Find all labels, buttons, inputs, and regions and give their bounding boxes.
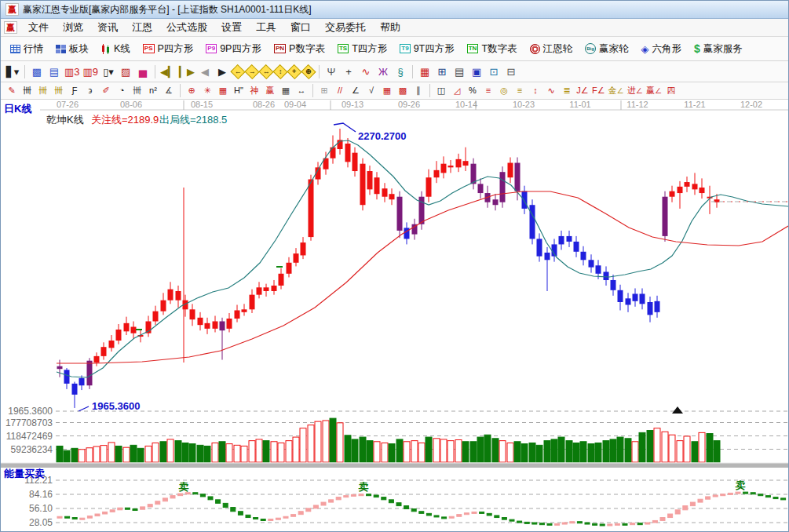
network-button[interactable]: ⊡ (485, 64, 502, 79)
volume-profile-button[interactable]: ▅ (134, 64, 152, 79)
check-wave-button[interactable]: √ (363, 84, 379, 97)
winner-wheel-button[interactable]: Big赢家轮 (579, 40, 635, 58)
kline-button[interactable]: K线 (95, 40, 137, 58)
grid-123-button[interactable]: ▦ (278, 84, 294, 97)
period-select-button[interactable]: ▋▾ (4, 64, 21, 79)
fan-lines-button[interactable]: // (332, 84, 348, 97)
candle-style-button[interactable]: ▯▾ (100, 64, 117, 79)
osc-bar (675, 510, 680, 514)
candle-brush-button[interactable]: ↕ (528, 84, 543, 97)
chart-9-button[interactable]: ▥9 (82, 64, 100, 79)
wave-red-button[interactable]: ∿ (543, 84, 559, 97)
p-number-table-button[interactable]: PNP数字表 (268, 40, 331, 58)
spiral-button[interactable]: ϶ (82, 84, 98, 97)
draw-brush-button[interactable]: ✎ (4, 84, 20, 97)
9p-square-button[interactable]: P99P四方形 (199, 40, 268, 58)
gold-angle-button[interactable]: 金∠ (607, 84, 626, 97)
first-page-button[interactable]: ◀▎ (159, 64, 177, 79)
brush-2-button[interactable]: ✐ (98, 84, 114, 97)
kline-tab[interactable]: 日K线 (4, 102, 31, 116)
t-number-table-button[interactable]: TNT数字表 (461, 40, 524, 58)
comb-2-button[interactable]: 卌 (130, 84, 145, 97)
gann-draw-button[interactable]: Ж (374, 64, 392, 79)
p-square-button[interactable]: PSP四方形 (137, 40, 200, 58)
hexagon-button[interactable]: ◈六角形 (635, 40, 689, 58)
comb-button[interactable]: 卌 (20, 84, 35, 97)
shift-left-button[interactable]: ← (230, 64, 245, 78)
winner-service-button[interactable]: $赢家服务 (688, 40, 749, 58)
notes-button[interactable]: ▤ (451, 64, 468, 79)
gold-circle-button[interactable]: ◎ (496, 84, 512, 97)
ying-tool-button[interactable]: 赢 (262, 84, 278, 97)
f-angle-button[interactable]: F∠ (590, 84, 607, 97)
kline-chart[interactable]: 07-2608-0608-1508-2609-0409-1309-2610-14… (1, 100, 789, 532)
comb-f-button[interactable]: Ƒ (67, 84, 82, 97)
info-panel-button[interactable]: ▤ (46, 64, 63, 79)
shen-tool-button[interactable]: 神 (247, 84, 262, 97)
sectors-button[interactable]: 板块 (49, 40, 95, 58)
menu-item-1[interactable]: 浏览 (56, 20, 90, 35)
measure-h-button[interactable]: ↔ (294, 84, 309, 97)
trend-tool-button[interactable]: ∿ (357, 64, 374, 79)
si-tool-button[interactable]: 四 (663, 84, 679, 97)
gann-star-button[interactable]: ✳ (199, 84, 215, 97)
menu-item-6[interactable]: 工具 (249, 20, 283, 35)
menu-item-9[interactable]: 帮助 (373, 20, 407, 35)
grid-red-2-button[interactable]: ▩ (395, 84, 411, 97)
ying-angle-button[interactable]: 赢∠ (645, 84, 663, 97)
fractal-tool-button[interactable]: § (392, 64, 409, 79)
percent-lines-button[interactable]: ≡ (480, 84, 496, 97)
n-squared-button[interactable]: n² (145, 84, 161, 97)
stats-bars-button[interactable]: ◫ (433, 84, 449, 97)
comb-gold-2-button[interactable]: 卌 (51, 84, 67, 97)
menu-item-4[interactable]: 公式选股 (159, 20, 214, 35)
transport-button[interactable]: ⊟ (502, 64, 520, 79)
jin-angle-button[interactable]: 进∠ (626, 84, 645, 97)
comb-gold-button[interactable]: 卌 (35, 84, 51, 97)
expand-h-button[interactable]: ↔ (258, 64, 273, 78)
cycle-clock-button[interactable]: ◔ (114, 84, 130, 97)
shift-right-button[interactable]: → (244, 64, 259, 78)
osc-bar (125, 508, 130, 509)
pan-hand-button[interactable]: Ψ (323, 64, 340, 79)
menu-item-0[interactable]: 文件 (21, 20, 56, 35)
j-angle-button[interactable]: J∠ (575, 84, 590, 97)
title-bar[interactable]: 赢 赢家江恩专业版[赢家内部服务平台] - [上证指数 SH1A0001-111… (1, 1, 788, 19)
gann-wheel-button[interactable]: 江恩轮 (524, 40, 579, 58)
menu-item-5[interactable]: 设置 (214, 20, 249, 35)
grid-red-1-button[interactable]: ▦ (379, 84, 395, 97)
menu-item-7[interactable]: 窗口 (283, 20, 318, 35)
percent-button[interactable]: % (465, 84, 480, 97)
pattern-box-button[interactable]: ▨ (117, 64, 134, 79)
t-square-button[interactable]: TST四方形 (331, 40, 393, 58)
menu-item-3[interactable]: 江恩 (125, 20, 159, 35)
expand-v-button[interactable]: ↕ (272, 64, 287, 78)
last-page-button[interactable]: ▎▶ (177, 64, 196, 79)
wave-marker-button[interactable]: Η" (231, 84, 247, 97)
gold-lines-button[interactable]: ≡ (512, 84, 528, 97)
page-back-button[interactable]: ◀ (196, 64, 214, 79)
menu-item-8[interactable]: 交易委托 (318, 20, 373, 35)
page-forward-button[interactable]: ▶ (214, 64, 231, 79)
gann-grid-button[interactable]: ▦ (215, 84, 231, 97)
calculator-button[interactable]: ⊞ (433, 64, 451, 79)
percent-trend-button[interactable]: ◿ (449, 84, 465, 97)
angle-lines-button[interactable]: ∠ (348, 84, 363, 97)
gold-lines-2-button[interactable]: ≣ (559, 84, 575, 97)
center-view-button[interactable]: ⊕ (301, 64, 316, 78)
quotes-button[interactable]: 行情 (4, 40, 49, 58)
calendar-button[interactable]: ▦ (416, 64, 433, 79)
angle-tool-button[interactable]: ∡ (161, 84, 177, 97)
save-button[interactable]: ▣ (468, 64, 485, 79)
zoom-pattern-button[interactable]: ▩ (28, 64, 46, 79)
window-box-button[interactable]: ⊞ (316, 84, 332, 97)
crosshair-button[interactable]: + (340, 64, 357, 79)
zoom-all-button[interactable]: + (287, 64, 301, 78)
volume-bar-up (315, 421, 321, 462)
gann-circle-button[interactable]: ⊕ (184, 84, 199, 97)
parallel-lines-button[interactable]: ∥ (411, 84, 426, 97)
exit-line-value: 出局线=2188.5 (159, 114, 227, 126)
menu-item-2[interactable]: 资讯 (90, 20, 125, 35)
9t-square-button[interactable]: T99T四方形 (393, 40, 460, 58)
chart-3-button[interactable]: ▥3 (63, 64, 82, 79)
